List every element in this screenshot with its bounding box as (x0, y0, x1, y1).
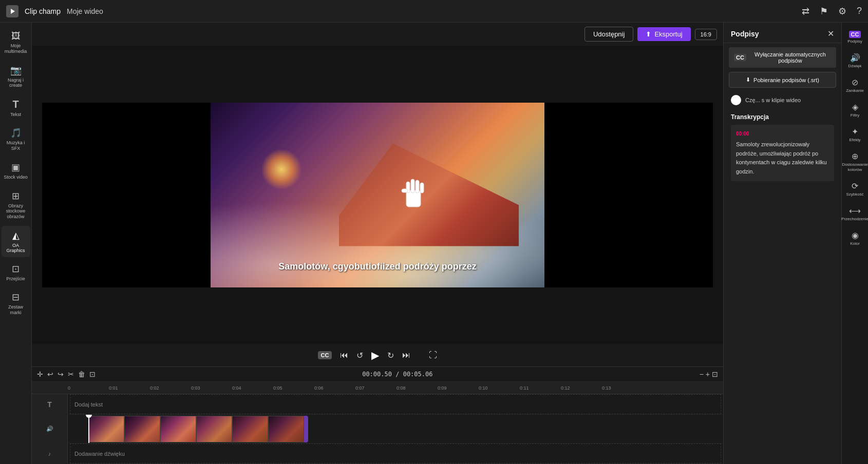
ruler-mark-2: 0:02 (150, 385, 159, 391)
redo-button[interactable]: ↪ (58, 370, 64, 378)
thumb-6 (268, 416, 304, 442)
graphics-icon: ◭ (12, 230, 20, 241)
sidebar-item-stock-images[interactable]: ⊞ Obrazy stockowe obrazów (2, 186, 30, 224)
text-icon: T (12, 99, 18, 110)
thumb-1 (88, 416, 124, 442)
video-track-label: 🔊 (32, 415, 68, 443)
audio-track-content[interactable]: Dodawanie dźwięku (70, 443, 721, 463)
rail-item-filters[interactable]: ◈ Filtry (843, 98, 867, 122)
sidebar-item-brand[interactable]: ⊟ Zestaw marki (2, 287, 30, 320)
rail-item-transitions[interactable]: ⟷ Przechodzenie (843, 202, 867, 225)
download-srt-button[interactable]: ⬇ Pobieranie podpisów (.srt) (729, 72, 836, 88)
ruler-mark-6: 0:06 (314, 385, 324, 391)
transcription-timestamp: 00:00 (736, 130, 829, 138)
cut-button[interactable]: ✂ (68, 370, 74, 378)
left-sidebar: 🖼 Moje multimedia 📷 Nagraj icreate T Tek… (0, 23, 32, 464)
export-button[interactable]: ⬆ Eksportuj (637, 27, 690, 41)
rail-item-fade[interactable]: ⊘ Zanikanie (843, 73, 867, 97)
color-adjust-rail-icon: ⊕ (852, 151, 858, 161)
music-icon: 🎵 (10, 127, 22, 139)
share-network-icon[interactable]: ⇄ (802, 6, 809, 17)
timeline-time: 00:00.50 / 00:05.06 (362, 371, 432, 378)
thumb-2 (124, 416, 160, 442)
center-area: Udostępnij ⬆ Eksportuj 16:9 (32, 23, 723, 464)
fade-rail-icon: ⊘ (852, 78, 858, 87)
sidebar-item-stock-video[interactable]: ▣ Stock video (2, 158, 30, 184)
rail-item-color[interactable]: ◉ Kolor (843, 226, 867, 250)
sidebar-item-graphics[interactable]: ◭ OA Graphics (2, 226, 30, 257)
fit-button[interactable]: ⊡ (712, 370, 718, 378)
right-panel-header: Podpisy ✕ (724, 23, 841, 43)
undo-button[interactable]: ↩ (47, 370, 53, 378)
main-layout: 🖼 Moje multimedia 📷 Nagraj icreate T Tek… (0, 23, 868, 464)
cc-icon: CC (734, 54, 746, 61)
video-track-content[interactable] (68, 415, 723, 443)
sidebar-item-transitions[interactable]: ⊡ Przejście (2, 259, 30, 285)
rail-item-speed[interactable]: ⟳ Szybkość (843, 177, 867, 201)
timeline-toolbar: ✛ ↩ ↪ ✂ 🗑 ⊡ 00:00.50 / 00:05.06 − + ⊡ (32, 367, 723, 382)
download-icon: ⬇ (746, 76, 750, 83)
stock-video-icon: ▣ (11, 162, 20, 173)
right-panel: Podpisy ✕ CC Wyłączanie automatycznych p… (723, 23, 841, 464)
icon-rail: CC Podpisy 🔊 Dźwięk ⊘ Zanikanie ◈ Filtry… (841, 23, 868, 464)
zoom-out-button[interactable]: − (700, 370, 704, 378)
rail-item-color-adjust[interactable]: ⊕ Dostosowanie kolorów (843, 147, 867, 176)
settings-icon[interactable]: ⚙ (838, 6, 846, 17)
cc-toggle[interactable]: CC (318, 351, 332, 359)
sidebar-item-music[interactable]: 🎵 Muzyka i SFX (2, 123, 30, 156)
rail-item-captions[interactable]: CC Podpisy (843, 27, 867, 48)
sidebar-item-text[interactable]: T Tekst (2, 94, 30, 121)
ruler-mark-10: 0:10 (479, 385, 488, 391)
ruler-mark-11: 0:11 (520, 385, 529, 391)
video-preview[interactable]: Samolotów, cgyobutiofiized podróży poprz… (42, 103, 713, 287)
speed-rail-icon: ⟳ (852, 181, 858, 191)
help-icon[interactable]: ? (857, 6, 862, 16)
video-topbar: Udostępnij ⬆ Eksportuj 16:9 (32, 23, 723, 46)
share-button[interactable]: Udostępnij (584, 27, 633, 42)
audio-track-label: ♪ (32, 443, 68, 463)
ruler-mark-12: 0:12 (561, 385, 570, 391)
rail-item-audio[interactable]: 🔊 Dźwięk (843, 49, 867, 72)
airplane-wing (339, 144, 519, 246)
color-rail-icon: ◉ (852, 230, 859, 240)
sidebar-item-multimedia[interactable]: 🖼 Moje multimedia (2, 27, 30, 59)
flag-icon[interactable]: ⚑ (820, 6, 828, 17)
disable-auto-captions-button[interactable]: CC Wyłączanie automatycznych podpisów (729, 47, 836, 68)
audio-track-row: ♪ Dodawanie dźwięku (32, 443, 723, 464)
aspect-ratio-button[interactable]: 16:9 (695, 29, 717, 40)
video-canvas: Samolotów, cgyobutiofiized podróży poprz… (211, 103, 544, 287)
forward-button[interactable]: ↻ (387, 351, 394, 360)
panel-close-button[interactable]: ✕ (827, 29, 834, 38)
rail-item-effects[interactable]: ✦ Efekty (843, 123, 867, 146)
ruler-mark-3: 0:03 (191, 385, 200, 391)
toggle-label: Czę... s w klipie wideo (745, 97, 801, 103)
track-end-cap (304, 416, 308, 442)
delete-button[interactable]: 🗑 (78, 370, 85, 378)
fullscreen-button[interactable]: ⛶ (429, 351, 437, 360)
toggle-button[interactable] (731, 95, 741, 105)
panel-title: Podpisy (731, 30, 759, 38)
timeline: ✛ ↩ ↪ ✂ 🗑 ⊡ 00:00.50 / 00:05.06 − + ⊡ (32, 366, 723, 464)
playhead (88, 415, 89, 443)
cursor-tool[interactable]: ✛ (37, 370, 43, 378)
sidebar-item-record[interactable]: 📷 Nagraj icreate (2, 61, 30, 93)
transitions-icon: ⊡ (12, 263, 20, 275)
thumb-5 (232, 416, 268, 442)
paste-button[interactable]: ⊡ (89, 370, 96, 378)
skip-to-end-button[interactable]: ⏭ (402, 351, 410, 360)
ruler-mark-13: 0:13 (602, 385, 611, 391)
thumb-3 (160, 416, 196, 442)
transcription-box[interactable]: 00:00 Samoloty zrewolucjonizowały podróż… (731, 125, 834, 181)
text-track-content[interactable]: Dodaj tekst (70, 394, 721, 414)
zoom-in-button[interactable]: + (706, 370, 710, 378)
text-track-icon: T (47, 400, 52, 409)
rewind-button[interactable]: ↺ (356, 351, 363, 360)
effects-rail-icon: ✦ (852, 127, 858, 137)
ruler-mark-1: 0:01 (109, 385, 118, 391)
skip-to-start-button[interactable]: ⏮ (340, 351, 348, 360)
stock-images-icon: ⊞ (12, 190, 20, 202)
play-button[interactable]: ▶ (371, 349, 379, 361)
video-thumb-strip (88, 416, 304, 442)
ruler-mark-8: 0:08 (397, 385, 406, 391)
transitions-rail-icon: ⟷ (849, 206, 861, 216)
